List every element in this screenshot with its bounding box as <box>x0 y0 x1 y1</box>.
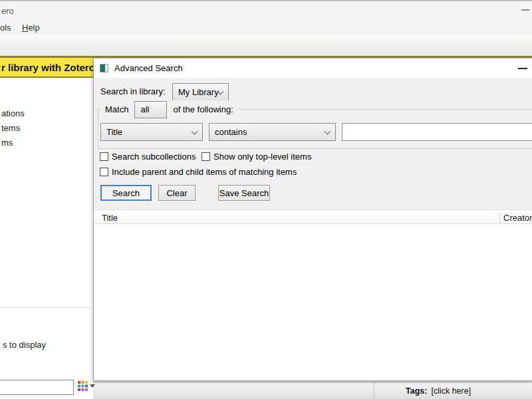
search-in-library-label: Search in library: <box>100 86 166 96</box>
tags-click-here[interactable]: [click here] <box>431 386 471 396</box>
menubar: ols Help <box>0 20 532 35</box>
window-title: ero <box>1 6 14 16</box>
sidebar-item[interactable]: ations <box>1 108 25 118</box>
condition-operator-select[interactable]: contains <box>209 123 336 141</box>
search-subcollections-label[interactable]: Search subcollections <box>112 152 196 162</box>
match-legend: Match all of the following: <box>101 100 237 118</box>
toolbar <box>0 35 532 56</box>
match-select[interactable]: all <box>134 101 167 118</box>
tag-filter-input[interactable] <box>0 380 74 395</box>
tag-colors-icon[interactable] <box>78 381 88 391</box>
match-label: Match <box>105 104 128 114</box>
tag-selector-empty-text: s to display <box>3 340 46 350</box>
item-pane-bottom-strip: Tags:[click here] <box>93 382 532 399</box>
sidebar-splitter[interactable] <box>0 307 91 308</box>
column-divider[interactable] <box>499 211 500 223</box>
collections-sidebar: ations tems ms s to display <box>0 78 93 399</box>
results-column-header[interactable]: Title Creator <box>94 209 532 224</box>
window-titlebar: ero <box>0 0 532 20</box>
dialog-minimize-icon[interactable] <box>518 68 527 69</box>
banner-text: r library with Zotero <box>1 62 95 73</box>
zotero-app-window: ero ols Help <box>0 0 532 399</box>
match-suffix-label: of the following: <box>173 104 233 114</box>
top-level-items-checkbox[interactable] <box>201 152 210 161</box>
library-select[interactable]: My Library <box>172 83 229 101</box>
advanced-search-dialog: Advanced Search Search in library: My Li… <box>93 58 532 381</box>
condition-value-input[interactable] <box>342 123 532 141</box>
window-minimize-icon[interactable] <box>521 9 529 11</box>
menu-help[interactable]: Help <box>22 23 40 33</box>
clear-button[interactable]: Clear <box>158 185 196 201</box>
save-search-button[interactable]: Save Search <box>218 185 270 201</box>
chevron-down-icon <box>325 128 331 134</box>
sidebar-item[interactable]: ms <box>1 138 13 148</box>
condition-field-select[interactable]: Title <box>100 123 203 141</box>
include-parent-child-label[interactable]: Include parent and child items of matchi… <box>112 167 297 177</box>
pane-divider <box>374 382 374 399</box>
column-title[interactable]: Title <box>102 213 118 223</box>
results-list[interactable] <box>94 224 532 381</box>
tag-colors-dropdown-icon[interactable] <box>90 384 95 388</box>
tags-row[interactable]: Tags:[click here] <box>406 386 471 396</box>
top-level-items-label[interactable]: Show only top-level items <box>213 152 311 162</box>
dialog-title: Advanced Search <box>114 63 183 73</box>
chevron-down-icon <box>192 128 198 134</box>
include-parent-child-checkbox[interactable] <box>100 168 108 176</box>
search-subcollections-checkbox[interactable] <box>100 152 108 161</box>
sidebar-item[interactable]: tems <box>1 123 20 133</box>
search-button[interactable]: Search <box>100 185 152 201</box>
zotero-dialog-icon <box>100 64 108 72</box>
dialog-titlebar[interactable]: Advanced Search <box>94 59 532 78</box>
menu-tools[interactable]: ols <box>0 23 11 33</box>
tags-label: Tags: <box>406 386 427 396</box>
column-creator[interactable]: Creator <box>503 213 532 223</box>
